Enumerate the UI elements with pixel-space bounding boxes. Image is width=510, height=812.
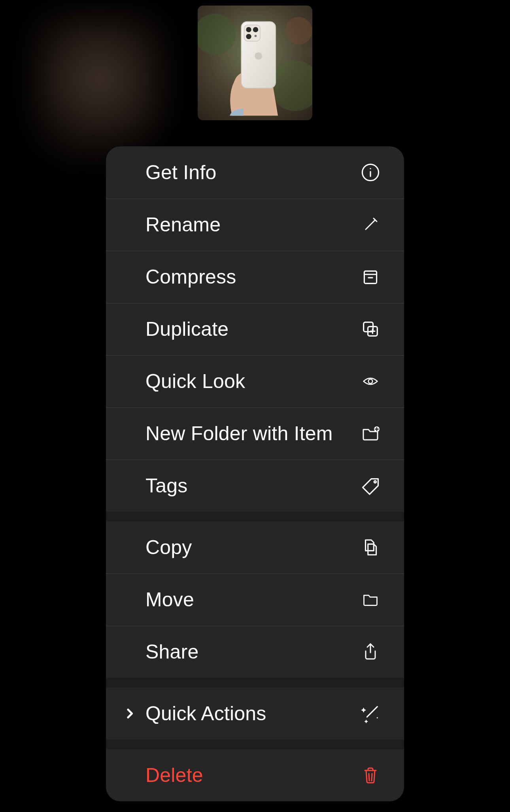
magic-wand-icon	[357, 700, 384, 727]
menu-item-label: Tags	[145, 474, 357, 497]
menu-group-destructive: Delete	[106, 749, 404, 801]
svg-point-26	[374, 481, 376, 483]
menu-item-copy[interactable]: Copy	[106, 521, 404, 574]
folder-icon	[357, 586, 384, 613]
menu-group-file-ops: Get Info Rename Compress	[106, 146, 404, 512]
menu-separator	[106, 678, 404, 687]
menu-item-tags[interactable]: Tags	[106, 460, 404, 512]
chevron-right-icon	[118, 707, 142, 720]
menu-item-label: New Folder with Item	[145, 422, 357, 445]
svg-point-28	[377, 717, 378, 718]
eye-icon	[357, 367, 384, 395]
pencil-icon	[357, 211, 384, 238]
thumbnail-image	[198, 6, 312, 120]
svg-line-14	[366, 220, 375, 229]
menu-separator	[106, 740, 404, 749]
menu-item-label: Move	[145, 588, 357, 611]
menu-item-delete[interactable]: Delete	[106, 749, 404, 801]
svg-point-3	[285, 17, 312, 45]
tag-icon	[357, 472, 384, 500]
context-menu: Get Info Rename Compress	[106, 146, 404, 801]
menu-item-quick-actions[interactable]: Quick Actions	[106, 687, 404, 740]
svg-line-30	[372, 774, 372, 781]
svg-point-8	[246, 34, 251, 39]
menu-item-quick-look[interactable]: Quick Look	[106, 355, 404, 407]
svg-point-9	[255, 35, 257, 37]
svg-point-22	[368, 379, 373, 384]
menu-item-label: Get Info	[145, 161, 357, 184]
menu-item-label: Duplicate	[145, 318, 357, 341]
svg-line-29	[369, 774, 369, 781]
svg-point-6	[246, 27, 251, 32]
menu-item-share[interactable]: Share	[106, 626, 404, 678]
archive-icon	[357, 263, 384, 291]
file-preview-thumbnail[interactable]	[198, 6, 312, 120]
svg-line-27	[367, 707, 377, 717]
trash-icon	[357, 761, 384, 789]
svg-point-10	[255, 52, 262, 60]
svg-point-7	[253, 27, 258, 32]
menu-item-label: Quick Actions	[145, 702, 357, 725]
svg-point-13	[370, 168, 371, 169]
menu-item-label: Delete	[145, 764, 357, 787]
menu-item-label: Compress	[145, 265, 357, 288]
menu-item-get-info[interactable]: Get Info	[106, 146, 404, 199]
menu-separator	[106, 512, 404, 521]
menu-item-move[interactable]: Move	[106, 574, 404, 626]
menu-item-new-folder-with-item[interactable]: New Folder with Item	[106, 407, 404, 460]
menu-item-label: Quick Look	[145, 370, 357, 393]
share-icon	[357, 638, 384, 666]
folder-plus-icon	[357, 420, 384, 447]
menu-item-label: Copy	[145, 536, 357, 559]
info-icon	[357, 159, 384, 186]
doc-on-doc-icon	[357, 534, 384, 561]
menu-item-rename[interactable]: Rename	[106, 199, 404, 251]
duplicate-icon	[357, 315, 384, 343]
menu-item-duplicate[interactable]: Duplicate	[106, 303, 404, 355]
menu-item-compress[interactable]: Compress	[106, 251, 404, 303]
menu-group-clipboard: Copy Move Share	[106, 521, 404, 678]
menu-item-label: Rename	[145, 213, 357, 236]
menu-group-quick-actions: Quick Actions	[106, 687, 404, 740]
menu-item-label: Share	[145, 640, 357, 663]
svg-rect-5	[244, 25, 260, 41]
